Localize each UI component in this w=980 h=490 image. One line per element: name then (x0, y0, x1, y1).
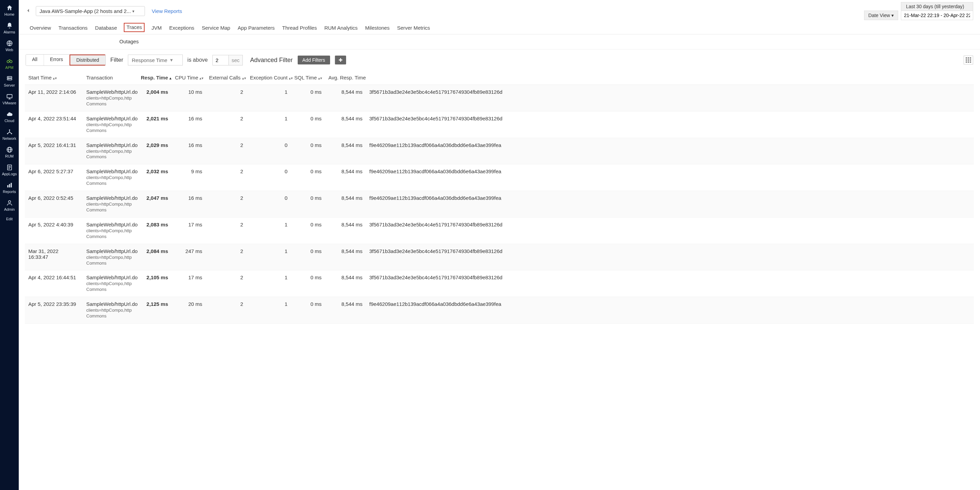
cell-exception-count: 1 (247, 297, 291, 324)
cell-exception-count: 1 (247, 111, 291, 138)
col-start-time[interactable]: Start Time▴▾ (25, 71, 83, 85)
sidebar-item-home[interactable]: Home (0, 2, 19, 19)
cell-trace-id: 3f5671b3ad3e24e3e5bc4c4e5179176749304fb8… (366, 111, 974, 138)
tab-overview[interactable]: Overview (29, 24, 52, 34)
svg-point-8 (9, 130, 10, 130)
table-row[interactable]: Apr 6, 2022 0:52:45SampleWeb/httpUrl.doc… (25, 191, 974, 218)
col-cpu-time[interactable]: CPU Time▴▾ (172, 71, 205, 85)
add-filters-button[interactable]: Add Filters (298, 56, 330, 64)
cell-exception-count: 1 (247, 270, 291, 297)
col-exception-count[interactable]: Exception Count▴▾ (247, 71, 291, 85)
cell-trace-id: f9e46209ae112b139acdf066a4a036dbdd6e6a43… (366, 138, 974, 164)
svg-rect-16 (11, 183, 11, 187)
pill-all[interactable]: All (26, 54, 44, 65)
sidebar: HomeAlarmsWebAPMServerVMwareCloudNetwork… (0, 0, 19, 490)
app-selector[interactable]: Java AWS-Sample-App (2 hosts and 2... ▾ (36, 6, 145, 16)
back-arrow-icon[interactable] (25, 8, 32, 14)
filter-metric-select[interactable]: Response Time ▾ (128, 54, 183, 65)
tab-jvm[interactable]: JVM (151, 24, 162, 34)
cell-start-time: Apr 5, 2022 16:41:31 (25, 138, 83, 164)
col-trace-id (366, 71, 974, 85)
cell-transaction: SampleWeb/httpUrl.doclients=httpCompo,ht… (83, 244, 137, 270)
table-row[interactable]: Apr 5, 2022 23:35:39SampleWeb/httpUrl.do… (25, 297, 974, 324)
svg-rect-23 (970, 59, 971, 61)
date-range-input[interactable] (901, 11, 973, 20)
sidebar-item-apm[interactable]: APM (0, 54, 19, 72)
sidebar-item-rum[interactable]: RUM (0, 143, 19, 161)
add-filter-plus-button[interactable]: ✚ (335, 56, 346, 64)
tab-thread-profiles[interactable]: Thread Profiles (281, 24, 317, 34)
cell-cpu-time: 10 ms (172, 85, 205, 111)
tab-rum-analytics[interactable]: RUM Analytics (324, 24, 358, 34)
tab-outages[interactable]: Outages (119, 37, 140, 48)
topbar: Java AWS-Sample-App (2 hosts and 2... ▾ … (19, 0, 980, 20)
tab-milestones[interactable]: Milestones (364, 24, 390, 34)
col-sql-time[interactable]: SQL Time▴▾ (291, 71, 325, 85)
table-row[interactable]: Apr 6, 2022 5:27:37SampleWeb/httpUrl.doc… (25, 164, 974, 191)
tab-server-metrics[interactable]: Server Metrics (396, 24, 431, 34)
date-view-button[interactable]: Date View ▾ (864, 11, 898, 20)
cell-cpu-time: 16 ms (172, 111, 205, 138)
table-row[interactable]: Apr 11, 2022 2:14:06SampleWeb/httpUrl.do… (25, 85, 974, 111)
cell-avg-resp-time: 8,544 ms (325, 111, 366, 138)
col-resp-time[interactable]: Resp. Time▴ (137, 71, 172, 85)
sidebar-item-vmware[interactable]: VMware (0, 90, 19, 108)
svg-rect-15 (9, 184, 10, 188)
cell-resp-time: 2,084 ms (137, 244, 172, 270)
svg-rect-3 (7, 76, 11, 78)
tab-app-parameters[interactable]: App Parameters (237, 24, 275, 34)
svg-rect-20 (970, 57, 971, 59)
tab-database[interactable]: Database (94, 24, 118, 34)
sidebar-item-alarms[interactable]: Alarms (0, 19, 19, 37)
tab-exceptions[interactable]: Exceptions (169, 24, 195, 34)
cell-start-time: Apr 6, 2022 5:27:37 (25, 164, 83, 191)
cell-sql-time: 0 ms (291, 244, 325, 270)
cell-sql-time: 0 ms (291, 191, 325, 218)
sidebar-item-server[interactable]: Server (0, 72, 19, 90)
sidebar-item-cloud[interactable]: Cloud (0, 108, 19, 126)
home-icon (6, 4, 13, 11)
col-external-calls[interactable]: External Calls▴▾ (205, 71, 247, 85)
sidebar-item-admin[interactable]: Admin (0, 196, 19, 214)
table-row[interactable]: Apr 4, 2022 23:51:44SampleWeb/httpUrl.do… (25, 111, 974, 138)
svg-rect-4 (7, 78, 11, 80)
cell-resp-time: 2,047 ms (137, 191, 172, 218)
cell-start-time: Apr 5, 2022 23:35:39 (25, 297, 83, 324)
tab-traces[interactable]: Traces (124, 23, 145, 32)
sidebar-item-edit[interactable]: Edit (0, 214, 19, 224)
sidebar-item-applogs[interactable]: AppLogs (0, 161, 19, 179)
table-row[interactable]: Mar 31, 2022 16:33:47SampleWeb/httpUrl.d… (25, 244, 974, 270)
table-row[interactable]: Apr 5, 2022 4:40:39SampleWeb/httpUrl.doc… (25, 217, 974, 244)
view-reports-link[interactable]: View Reports (152, 8, 182, 14)
cell-start-time: Apr 5, 2022 4:40:39 (25, 217, 83, 244)
pill-distributed[interactable]: Distributed (70, 54, 105, 65)
cell-transaction: SampleWeb/httpUrl.doclients=httpCompo,ht… (83, 111, 137, 138)
sidebar-item-reports[interactable]: Reports (0, 179, 19, 196)
table-row[interactable]: Apr 4, 2022 16:44:51SampleWeb/httpUrl.do… (25, 270, 974, 297)
sidebar-item-network[interactable]: Network (0, 126, 19, 143)
admin-icon (6, 199, 13, 207)
tab-service-map[interactable]: Service Map (201, 24, 231, 34)
sidebar-item-web[interactable]: Web (0, 37, 19, 54)
cell-resp-time: 2,083 ms (137, 217, 172, 244)
table-row[interactable]: Apr 5, 2022 16:41:31SampleWeb/httpUrl.do… (25, 138, 974, 164)
cell-external-calls: 2 (205, 217, 247, 244)
grid-view-icon[interactable] (964, 56, 973, 64)
cell-external-calls: 2 (205, 191, 247, 218)
tab-transactions[interactable]: Transactions (58, 24, 88, 34)
pill-errors[interactable]: Errors (44, 54, 70, 65)
sort-icon: ▴▾ (289, 77, 293, 79)
cell-exception-count: 0 (247, 164, 291, 191)
cell-sql-time: 0 ms (291, 297, 325, 324)
cell-avg-resp-time: 8,544 ms (325, 244, 366, 270)
svg-rect-21 (966, 59, 967, 61)
cell-external-calls: 2 (205, 297, 247, 324)
svg-rect-18 (966, 57, 967, 59)
network-icon (6, 128, 13, 136)
col-transaction[interactable]: Transaction (83, 71, 137, 85)
svg-point-6 (8, 79, 8, 80)
filter-value-input[interactable] (212, 55, 229, 65)
cell-avg-resp-time: 8,544 ms (325, 191, 366, 218)
filter-unit: sec (229, 55, 242, 65)
col-avg-resp-time[interactable]: Avg. Resp. Time (325, 71, 366, 85)
